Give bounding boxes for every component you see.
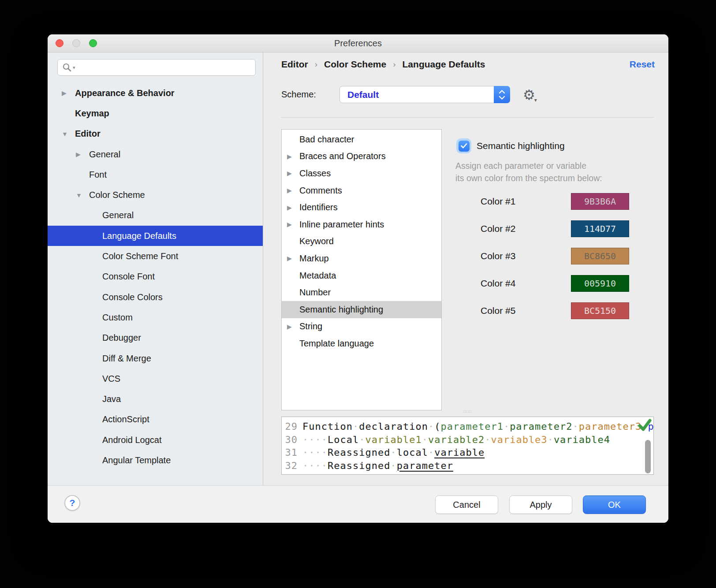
reset-link[interactable]: Reset (630, 59, 655, 70)
line-number: 29 (282, 420, 298, 433)
color-row-label: Color #5 (481, 305, 515, 316)
sidebar-item[interactable]: Console Font (48, 267, 263, 287)
traffic-lights (56, 39, 97, 47)
sidebar-item-label: Language Defaults (102, 231, 176, 241)
dialog-footer: ? Cancel Apply OK (48, 485, 668, 523)
sidebar-item[interactable]: VCS (48, 368, 263, 389)
splitter-handle[interactable]: ∷∷∷ (281, 409, 654, 414)
code-token: variable3 (491, 433, 547, 447)
close-button[interactable] (56, 39, 63, 47)
sidebar-item[interactable]: Angular Template (48, 450, 263, 470)
code-token: ···· (302, 433, 328, 447)
attribute-item-label: Classes (299, 168, 331, 179)
attribute-item[interactable]: Template language (282, 335, 441, 352)
color-row: Color #2114D77 (263, 215, 668, 242)
color-swatch[interactable]: 9B3B6A (571, 193, 629, 210)
sidebar-item-label: ActionScript (102, 414, 149, 424)
color-swatch[interactable]: 005910 (571, 275, 629, 292)
settings-content: Editor › Color Scheme › Language Default… (263, 52, 668, 485)
attribute-item[interactable]: Bad character (282, 131, 441, 148)
color-swatch[interactable]: BC5150 (571, 302, 629, 319)
search-field[interactable]: ▾ (57, 59, 256, 76)
sidebar-item-label: Color Scheme (89, 190, 145, 200)
chevron-collapsed-icon[interactable]: ▶ (287, 153, 292, 160)
sidebar-item[interactable]: ActionScript (48, 409, 263, 430)
line-number: 30 (282, 433, 298, 447)
sidebar-item[interactable]: General (48, 205, 263, 226)
sidebar-item-label: Angular Template (102, 455, 171, 465)
zoom-button[interactable] (89, 39, 97, 47)
color-row-label: Color #1 (481, 196, 515, 207)
preview-scrollbar[interactable] (645, 440, 651, 473)
code-token: Reassigned (328, 459, 390, 473)
help-button[interactable]: ? (64, 495, 80, 511)
chevron-expanded-icon[interactable]: ▼ (76, 192, 82, 199)
chevron-collapsed-icon[interactable]: ▶ (76, 151, 81, 158)
attribute-item[interactable]: ▶Classes (282, 165, 441, 182)
preferences-window: Preferences ▾ ▶Appearance & BehaviorKeym… (48, 34, 668, 523)
sidebar-item[interactable]: ▼Editor (48, 124, 263, 144)
attribute-item-label: Braces and Operators (299, 151, 386, 161)
settings-tree: ▶Appearance & BehaviorKeymap▼Editor▶Gene… (48, 83, 263, 471)
line-number: 31 (282, 446, 298, 459)
code-token: ···· (302, 446, 328, 459)
sidebar-item[interactable]: ▶General (48, 144, 263, 164)
settings-sidebar: ▾ ▶Appearance & BehaviorKeymap▼Editor▶Ge… (48, 52, 263, 485)
code-token: parameter1 (440, 420, 503, 433)
sidebar-item[interactable]: Font (48, 164, 263, 185)
code-token: variable (434, 446, 485, 459)
spectrum-color-list: Color #19B3B6AColor #2114D77Color #3BC86… (263, 188, 668, 324)
sidebar-item[interactable]: Console Colors (48, 287, 263, 307)
sidebar-item[interactable]: ▼Color Scheme (48, 185, 263, 205)
sidebar-item-label: General (102, 210, 134, 220)
breadcrumb-color-scheme[interactable]: Color Scheme (324, 59, 386, 70)
search-icon (62, 63, 72, 72)
sidebar-item-label: Color Scheme Font (102, 251, 178, 261)
sidebar-item[interactable]: Color Scheme Font (48, 246, 263, 266)
code-token: ( (434, 420, 440, 433)
scheme-selected-value: Default (347, 86, 379, 103)
sidebar-item-label: Debugger (102, 333, 141, 343)
sidebar-item[interactable]: Debugger (48, 328, 263, 348)
cancel-button[interactable]: Cancel (435, 495, 498, 514)
sidebar-item-label: Console Font (102, 272, 155, 282)
code-token: local (397, 446, 428, 459)
code-token: Function (302, 420, 353, 433)
code-token: · (573, 420, 579, 433)
sidebar-item[interactable]: Android Logcat (48, 430, 263, 450)
breadcrumb: Editor › Color Scheme › Language Default… (281, 59, 485, 70)
sidebar-item-label: Font (89, 170, 107, 180)
sidebar-item[interactable]: Java (48, 389, 263, 409)
ok-button[interactable]: OK (583, 495, 646, 514)
sidebar-item[interactable]: Diff & Merge (48, 348, 263, 368)
code-token: · (503, 420, 510, 433)
apply-button[interactable]: Apply (509, 495, 572, 514)
sidebar-item[interactable]: Keymap (48, 103, 263, 123)
attribute-item[interactable]: ▶Braces and Operators (282, 148, 441, 165)
sidebar-item[interactable]: Language Defaults (48, 226, 263, 246)
code-token: parameter (397, 459, 453, 473)
sidebar-item-label: Diff & Merge (102, 354, 151, 364)
color-swatch[interactable]: BC8650 (571, 248, 629, 264)
scheme-actions-button[interactable]: ⚙ ▾ (523, 86, 537, 103)
minimize-button[interactable] (72, 39, 80, 47)
code-token: variable1 (365, 433, 421, 447)
dropdown-chevrons-icon (494, 86, 510, 103)
code-token: · (485, 433, 491, 447)
sidebar-item[interactable]: ▶Appearance & Behavior (48, 83, 263, 103)
code-token: variable2 (428, 433, 485, 447)
chevron-collapsed-icon[interactable]: ▶ (62, 89, 67, 97)
sidebar-item[interactable]: Custom (48, 307, 263, 327)
breadcrumb-separator-icon: › (393, 60, 395, 69)
color-swatch[interactable]: 114D77 (571, 220, 629, 237)
sidebar-item-label: Console Colors (102, 292, 163, 302)
code-token: · (428, 446, 434, 459)
code-preview[interactable]: 29Function·declaration·(parameter1·param… (281, 417, 654, 475)
code-token: parameter3 (579, 420, 641, 433)
chevron-expanded-icon[interactable]: ▼ (62, 130, 68, 138)
semantic-highlighting-checkbox[interactable] (456, 138, 471, 153)
chevron-collapsed-icon[interactable]: ▶ (287, 170, 292, 177)
breadcrumb-editor[interactable]: Editor (281, 59, 308, 70)
scheme-dropdown[interactable]: Default (339, 86, 510, 103)
color-row: Color #19B3B6A (263, 188, 668, 215)
